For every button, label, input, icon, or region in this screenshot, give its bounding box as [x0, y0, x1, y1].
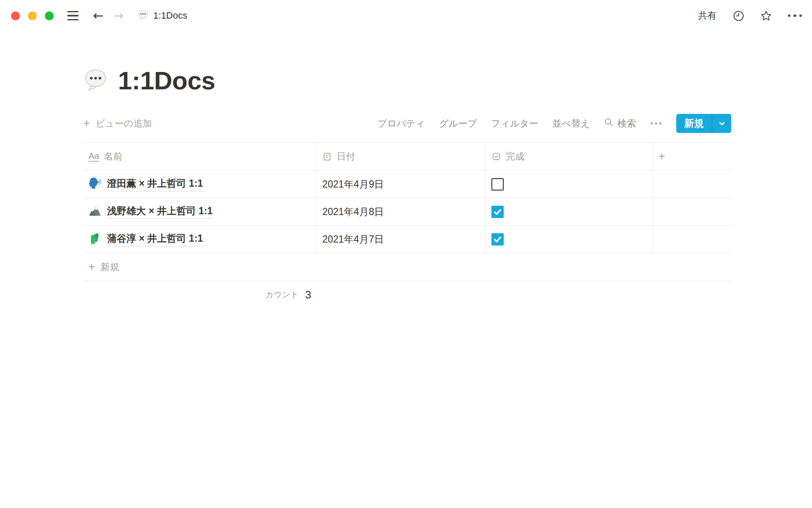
- view-toolbar: + ビューの追加 プロパティ グループ フィルター 並べ替え 検索 新規: [83, 114, 731, 133]
- add-row-label: 新規: [101, 261, 119, 273]
- table-row: 浅野雄大 × 井上哲司 1:1 2021年4月8日: [83, 198, 731, 226]
- cell-date[interactable]: 2021年4月7日: [316, 226, 486, 253]
- breadcrumb-title: 1:1Docs: [153, 10, 187, 21]
- page-title-block: 1:1Docs: [83, 66, 731, 95]
- cell-empty: [653, 198, 731, 225]
- traffic-lights: [11, 11, 54, 20]
- topbar-actions: 共有: [698, 9, 802, 22]
- search-label: 検索: [617, 117, 636, 130]
- forward-arrow-icon[interactable]: →: [113, 9, 123, 22]
- column-header-date[interactable]: 日付: [316, 143, 486, 170]
- cell-name[interactable]: 蒲谷淳 × 井上哲司 1:1: [83, 226, 316, 253]
- new-record-button[interactable]: 新規: [676, 114, 731, 133]
- breadcrumb-page-emoji-icon: [137, 9, 149, 22]
- cell-date[interactable]: 2021年4月9日: [316, 171, 486, 198]
- count-value: 3: [305, 288, 311, 301]
- minimize-window-button[interactable]: [28, 11, 37, 20]
- sort-button[interactable]: 並べ替え: [552, 117, 590, 130]
- table-row: 蒲谷淳 × 井上哲司 1:1 2021年4月7日: [83, 226, 731, 253]
- new-record-label[interactable]: 新規: [676, 114, 712, 133]
- close-window-button[interactable]: [11, 11, 20, 20]
- row-title[interactable]: 澄田薫 × 井上哲司 1:1: [107, 177, 203, 191]
- cell-empty: [653, 171, 731, 198]
- updates-clock-icon[interactable]: [733, 10, 744, 22]
- table-row: 澄田薫 × 井上哲司 1:1 2021年4月9日: [83, 171, 731, 198]
- zoom-window-button[interactable]: [45, 11, 54, 20]
- speaking-head-emoji-icon: [88, 177, 102, 192]
- page-title[interactable]: 1:1Docs: [118, 66, 215, 95]
- cell-empty: [653, 226, 731, 253]
- page-link[interactable]: 蒲谷淳 × 井上哲司 1:1: [88, 232, 203, 247]
- row-title[interactable]: 蒲谷淳 × 井上哲司 1:1: [107, 232, 203, 246]
- calendar-icon: [322, 152, 332, 161]
- view-more-icon[interactable]: [650, 122, 662, 124]
- checkbox-property-icon: [491, 152, 501, 161]
- cell-done[interactable]: [486, 226, 653, 253]
- back-arrow-icon[interactable]: ←: [93, 9, 104, 22]
- count-calc-button[interactable]: カウント 3: [83, 281, 316, 308]
- database-table: Aa 名前 日付: [83, 142, 731, 308]
- count-label: カウント: [266, 289, 299, 300]
- column-header-done[interactable]: 完成: [486, 143, 653, 170]
- column-header-name[interactable]: Aa 名前: [83, 143, 316, 170]
- filter-button[interactable]: フィルター: [491, 117, 538, 130]
- cell-name[interactable]: 浅野雄大 × 井上哲司 1:1: [83, 198, 316, 225]
- plus-icon: +: [88, 261, 95, 273]
- column-header-name-label: 名前: [104, 150, 123, 163]
- text-property-icon: Aa: [88, 151, 99, 162]
- group-button[interactable]: グループ: [439, 117, 477, 130]
- share-button[interactable]: 共有: [698, 9, 717, 22]
- page-emoji-icon[interactable]: [83, 68, 108, 94]
- page-link[interactable]: 澄田薫 × 井上哲司 1:1: [88, 177, 203, 192]
- plus-icon: +: [658, 151, 665, 162]
- table-header-row: Aa 名前 日付: [83, 142, 731, 171]
- column-header-done-label: 完成: [506, 150, 524, 163]
- view-toolbar-actions: プロパティ グループ フィルター 並べ替え 検索 新規: [378, 114, 731, 133]
- row-title[interactable]: 浅野雄大 × 井上哲司 1:1: [107, 204, 213, 219]
- new-record-dropdown[interactable]: [712, 114, 731, 133]
- page-link[interactable]: 浅野雄大 × 井上哲司 1:1: [88, 204, 213, 220]
- gloves-emoji-icon: [88, 232, 102, 247]
- done-checkbox[interactable]: [491, 178, 504, 190]
- done-checkbox[interactable]: [491, 206, 504, 218]
- favorite-star-icon[interactable]: [760, 10, 772, 22]
- window-topbar: ← → 1:1Docs 共有: [0, 0, 812, 27]
- cell-done[interactable]: [486, 198, 653, 225]
- add-view-button[interactable]: + ビューの追加: [83, 117, 152, 130]
- breadcrumb[interactable]: 1:1Docs: [137, 9, 187, 22]
- cell-name[interactable]: 澄田薫 × 井上哲司 1:1: [83, 171, 316, 198]
- cell-done[interactable]: [486, 171, 653, 198]
- add-row-button[interactable]: + 新規: [83, 253, 731, 281]
- plus-icon: +: [83, 118, 90, 129]
- add-column-button[interactable]: +: [653, 143, 731, 170]
- table-calc-row: カウント 3: [83, 281, 731, 308]
- more-menu-icon[interactable]: [788, 14, 802, 17]
- page-content: 1:1Docs + ビューの追加 プロパティ グループ フィルター 並べ替え 検…: [83, 66, 731, 308]
- add-view-label: ビューの追加: [96, 117, 152, 130]
- mountain-emoji-icon: [88, 204, 102, 220]
- done-checkbox[interactable]: [491, 233, 504, 246]
- cell-date[interactable]: 2021年4月8日: [316, 198, 486, 225]
- column-header-date-label: 日付: [337, 150, 355, 163]
- search-button[interactable]: 検索: [604, 117, 636, 130]
- search-icon: [604, 117, 614, 130]
- properties-button[interactable]: プロパティ: [378, 117, 425, 130]
- sidebar-toggle-icon[interactable]: [67, 11, 79, 21]
